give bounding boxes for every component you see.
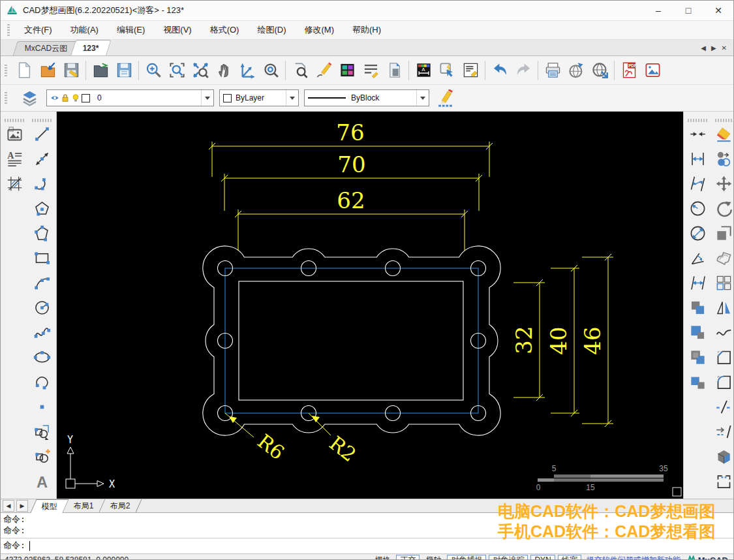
edit-spline-button[interactable] (712, 320, 734, 344)
status-toggle-dyn[interactable]: DYN (530, 555, 555, 560)
menu-item-0[interactable]: 文件(F) (15, 21, 61, 39)
match-properties-button[interactable] (459, 59, 482, 82)
zoom-in-button[interactable] (142, 59, 165, 82)
chamfer-button[interactable] (712, 345, 734, 369)
undo-button[interactable] (488, 59, 512, 82)
linetype-manager-button[interactable] (359, 59, 382, 82)
mirror-button[interactable] (712, 296, 734, 319)
dim-aligned-button[interactable] (686, 172, 709, 195)
save-as-button[interactable] (112, 59, 136, 82)
ucs-axes-button[interactable] (236, 59, 259, 82)
scale-button[interactable] (712, 221, 734, 245)
copy-with-base-button[interactable] (686, 320, 709, 344)
menu-item-7[interactable]: 帮助(H) (343, 21, 390, 39)
menu-item-5[interactable]: 绘图(D) (248, 21, 295, 39)
doc-tab-0[interactable]: MxCAD云图 (12, 41, 79, 55)
menu-item-1[interactable]: 功能(A) (61, 21, 108, 39)
line-button[interactable] (31, 122, 54, 146)
move-button[interactable] (712, 172, 734, 195)
layout-tab-2[interactable]: 布局2 (99, 499, 142, 512)
export-image-button[interactable] (641, 59, 664, 82)
find-text-button[interactable] (288, 59, 312, 82)
feedback-link[interactable]: 提交软件问题或增加新功能 (587, 555, 680, 560)
zoom-object-button[interactable] (259, 59, 283, 82)
point-button[interactable] (31, 395, 54, 418)
block-insert-button[interactable] (31, 444, 54, 468)
status-toggle-ortho[interactable]: 正交 (396, 555, 420, 560)
drawing-canvas[interactable]: 76 70 62 32 40 46 R6 R2 Y X (57, 112, 683, 499)
circle-button[interactable] (31, 296, 54, 319)
tab-scroll-left-button[interactable]: ◀ (701, 44, 706, 52)
copy-clip-button[interactable] (686, 296, 709, 319)
insert-image-button[interactable] (3, 122, 26, 146)
fillet-button[interactable] (712, 370, 734, 394)
arc-button[interactable] (31, 271, 54, 294)
ellipse-button[interactable] (31, 345, 54, 369)
layout-scroll-left-button[interactable]: ◀ (3, 500, 14, 512)
quick-select-button[interactable] (435, 59, 459, 82)
erase-button[interactable] (712, 122, 734, 146)
status-toggle-polar[interactable]: 极轴 (422, 555, 444, 560)
revision-arc-button[interactable] (31, 370, 54, 394)
minimize-button[interactable]: – (643, 1, 673, 20)
open-web-drawing-button[interactable] (564, 59, 588, 82)
extend-button[interactable] (712, 420, 734, 443)
draw-properties-button[interactable] (435, 86, 458, 110)
color-palette-button[interactable] (335, 59, 359, 82)
menu-item-2[interactable]: 编辑(E) (108, 21, 154, 39)
dim-linear-button[interactable] (686, 147, 709, 170)
menu-item-3[interactable]: 视图(V) (154, 21, 200, 39)
publish-web-button[interactable] (588, 59, 611, 82)
pan-button[interactable] (212, 59, 236, 82)
color-select[interactable]: ByLayer (219, 89, 299, 106)
zoom-window-button[interactable] (165, 59, 189, 82)
zoom-extents-button[interactable] (189, 59, 212, 82)
status-toggle-lineweight[interactable]: 线宽 (558, 555, 581, 560)
multiline-text-button[interactable]: A (3, 147, 26, 170)
solid-box-button[interactable] (712, 444, 734, 468)
single-text-button[interactable]: A (31, 469, 54, 493)
menu-item-6[interactable]: 修改(M) (295, 21, 343, 39)
close-button[interactable]: ✕ (703, 1, 733, 20)
arc-3point-button[interactable] (31, 172, 54, 195)
draw-sketch-button[interactable] (312, 59, 335, 82)
trim-button[interactable] (712, 395, 734, 418)
redo-button[interactable] (512, 59, 535, 82)
tab-close-button[interactable]: ✕ (722, 44, 727, 52)
export-pdf-button[interactable]: PDF (617, 59, 641, 82)
page-setup-button[interactable] (382, 59, 406, 82)
layout-scroll-right-button[interactable]: ▶ (16, 500, 28, 512)
polyline-button[interactable] (31, 221, 54, 245)
hatch-button[interactable] (3, 172, 26, 195)
layout-tab-1[interactable]: 布局1 (63, 499, 106, 512)
linetype-select[interactable]: ByBlock (304, 89, 429, 106)
paste-clip-button[interactable] (686, 345, 709, 369)
array-button[interactable] (712, 271, 734, 294)
dimension-style-button[interactable]: A (412, 59, 435, 82)
print-button[interactable] (541, 59, 564, 82)
copy-button[interactable] (712, 147, 734, 170)
tab-scroll-right-button[interactable]: ▶ (711, 44, 716, 52)
status-toggle-otrack[interactable]: 对象追踪 (489, 555, 528, 560)
canvas-corner-handle[interactable] (673, 488, 681, 496)
rotate-button[interactable] (712, 196, 734, 220)
save-button[interactable] (59, 59, 83, 82)
dim-diameter-button[interactable] (686, 221, 709, 245)
spline-button[interactable] (31, 320, 54, 344)
layer-manager-button[interactable] (18, 86, 41, 110)
offset-button[interactable] (712, 246, 734, 270)
doc-tab-1[interactable]: 123* (70, 40, 112, 55)
polygon-button[interactable] (31, 196, 54, 220)
maximize-button[interactable]: □ (673, 1, 703, 20)
dim-quick-button[interactable] (686, 122, 709, 146)
dim-radius-button[interactable] (686, 196, 709, 220)
open-cloud-drawing-button[interactable] (36, 59, 59, 82)
block-define-button[interactable] (31, 420, 54, 443)
dim-continue-button[interactable] (686, 271, 709, 294)
status-toggle-osnap[interactable]: 对象捕捉 (447, 555, 486, 560)
construction-line-button[interactable] (31, 147, 54, 170)
open-file-button[interactable] (89, 59, 112, 82)
rectangle-button[interactable] (31, 246, 54, 270)
dim-angular-button[interactable] (686, 246, 709, 270)
status-toggle-grid[interactable]: 栅格 (371, 555, 393, 560)
